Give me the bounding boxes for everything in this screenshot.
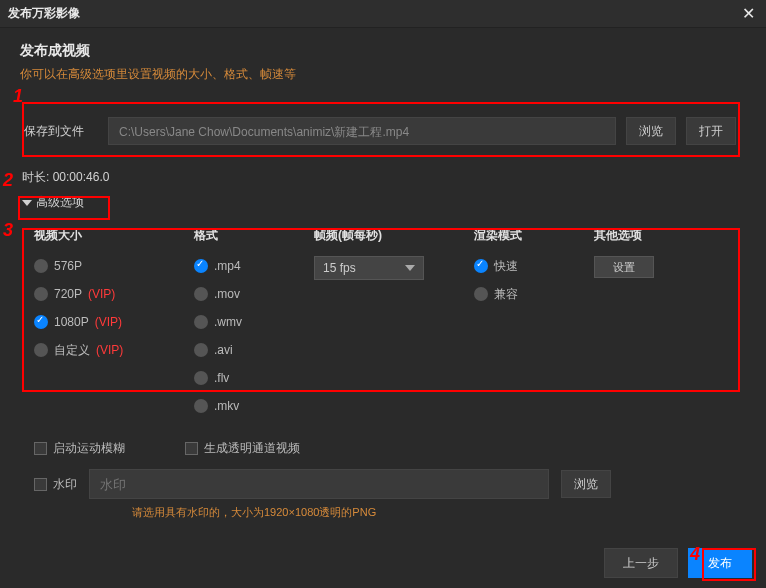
checkbox-icon — [185, 442, 198, 455]
duration-label: 时长: 00:00:46.0 — [22, 169, 746, 186]
col-head-fps: 帧频(帧每秒) — [314, 227, 474, 244]
watermark-checkbox[interactable]: 水印 — [34, 476, 77, 493]
footer: 上一步 发布 — [604, 548, 752, 578]
size-custom[interactable]: 自定义(VIP) — [34, 340, 194, 360]
col-head-size: 视频大小 — [34, 227, 194, 244]
section-subtext: 你可以在高级选项里设置视频的大小、格式、帧速等 — [20, 66, 746, 83]
fmt-mkv[interactable]: .mkv — [194, 396, 314, 416]
advanced-options: 视频大小 576P 720P(VIP) 1080P(VIP) 自定义(VIP) … — [20, 223, 746, 426]
watermark-input[interactable] — [89, 469, 549, 499]
annotation-4: 4 — [690, 544, 700, 565]
checkbox-icon — [34, 442, 47, 455]
fps-value: 15 fps — [323, 261, 356, 275]
checkbox-icon — [34, 478, 47, 491]
fmt-mov[interactable]: .mov — [194, 284, 314, 304]
annotation-1: 1 — [13, 86, 23, 107]
chevron-down-icon — [405, 265, 415, 271]
fmt-wmv[interactable]: .wmv — [194, 312, 314, 332]
fps-select[interactable]: 15 fps — [314, 256, 424, 280]
titlebar: 发布万彩影像 ✕ — [0, 0, 766, 28]
window-title: 发布万彩影像 — [8, 5, 80, 22]
size-576p[interactable]: 576P — [34, 256, 194, 276]
advanced-toggle[interactable]: 高级选项 — [20, 188, 92, 217]
col-head-other: 其他选项 — [594, 227, 714, 244]
open-button[interactable]: 打开 — [686, 117, 736, 145]
motion-blur-checkbox[interactable]: 启动运动模糊 — [34, 440, 125, 457]
duration-prefix: 时长: — [22, 170, 49, 184]
watermark-browse-button[interactable]: 浏览 — [561, 470, 611, 498]
prev-button[interactable]: 上一步 — [604, 548, 678, 578]
annotation-2: 2 — [3, 170, 13, 191]
section-heading: 发布成视频 — [20, 42, 746, 60]
chevron-down-icon — [22, 200, 32, 206]
watermark-hint: 请选用具有水印的，大小为1920×1080透明的PNG — [132, 505, 746, 520]
save-file-input[interactable]: C:\Users\Jane Chow\Documents\animiz\新建工程… — [108, 117, 616, 145]
browse-button[interactable]: 浏览 — [626, 117, 676, 145]
motion-blur-label: 启动运动模糊 — [53, 440, 125, 457]
close-icon[interactable]: ✕ — [738, 4, 758, 23]
fmt-mp4[interactable]: .mp4 — [194, 256, 314, 276]
save-file-label: 保存到文件 — [20, 123, 98, 140]
col-head-render: 渲染模式 — [474, 227, 594, 244]
size-1080p[interactable]: 1080P(VIP) — [34, 312, 194, 332]
fmt-avi[interactable]: .avi — [194, 340, 314, 360]
alpha-video-checkbox[interactable]: 生成透明通道视频 — [185, 440, 300, 457]
render-fast[interactable]: 快速 — [474, 256, 594, 276]
alpha-video-label: 生成透明通道视频 — [204, 440, 300, 457]
save-file-row: 保存到文件 C:\Users\Jane Chow\Documents\animi… — [20, 99, 746, 163]
annotation-3: 3 — [3, 220, 13, 241]
other-settings-button[interactable]: 设置 — [594, 256, 654, 278]
duration-value: 00:00:46.0 — [53, 170, 110, 184]
render-compat[interactable]: 兼容 — [474, 284, 594, 304]
fmt-flv[interactable]: .flv — [194, 368, 314, 388]
col-head-format: 格式 — [194, 227, 314, 244]
size-720p[interactable]: 720P(VIP) — [34, 284, 194, 304]
watermark-label: 水印 — [53, 476, 77, 493]
advanced-label: 高级选项 — [36, 194, 84, 211]
